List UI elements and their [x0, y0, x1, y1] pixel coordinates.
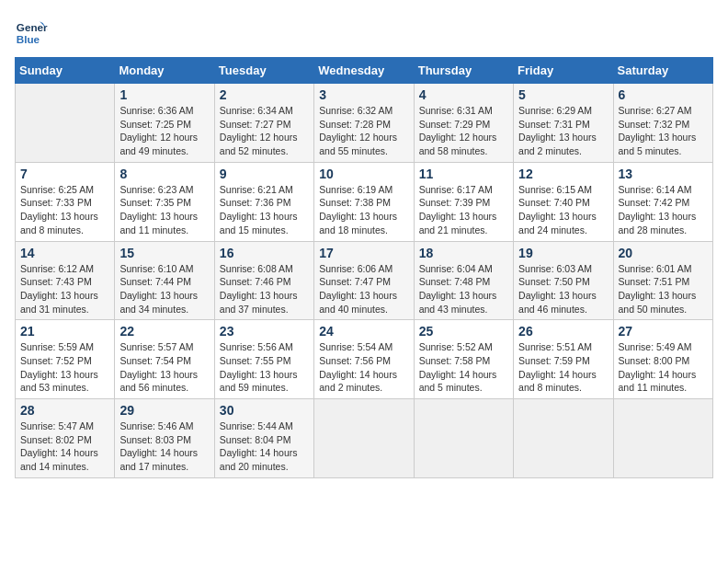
day-number: 11 — [419, 167, 508, 181]
calendar-cell: 22Sunrise: 5:57 AM Sunset: 7:54 PM Dayli… — [115, 320, 214, 399]
calendar-week-row: 7Sunrise: 6:25 AM Sunset: 7:33 PM Daylig… — [16, 162, 713, 241]
weekday-header: Monday — [115, 58, 214, 84]
day-number: 14 — [20, 246, 109, 260]
day-info: Sunrise: 6:14 AM Sunset: 7:42 PM Dayligh… — [619, 183, 708, 237]
day-number: 23 — [220, 324, 309, 339]
day-info: Sunrise: 6:32 AM Sunset: 7:28 PM Dayligh… — [319, 104, 408, 158]
day-info: Sunrise: 6:21 AM Sunset: 7:36 PM Dayligh… — [220, 183, 309, 237]
day-info: Sunrise: 6:27 AM Sunset: 7:32 PM Dayligh… — [619, 104, 708, 158]
day-info: Sunrise: 6:34 AM Sunset: 7:27 PM Dayligh… — [220, 104, 309, 158]
day-number: 20 — [619, 246, 708, 260]
day-number: 18 — [419, 246, 508, 260]
day-number: 13 — [619, 167, 708, 181]
svg-text:Blue: Blue — [17, 33, 40, 45]
calendar-cell: 24Sunrise: 5:54 AM Sunset: 7:56 PM Dayli… — [314, 320, 414, 399]
day-info: Sunrise: 6:23 AM Sunset: 7:35 PM Dayligh… — [119, 183, 209, 237]
calendar-cell: 16Sunrise: 6:08 AM Sunset: 7:46 PM Dayli… — [214, 241, 313, 320]
day-number: 26 — [518, 324, 608, 339]
calendar-cell — [16, 84, 115, 163]
calendar-cell: 20Sunrise: 6:01 AM Sunset: 7:51 PM Dayli… — [613, 241, 712, 320]
calendar-week-row: 28Sunrise: 5:47 AM Sunset: 8:02 PM Dayli… — [16, 399, 713, 478]
calendar-cell: 19Sunrise: 6:03 AM Sunset: 7:50 PM Dayli… — [514, 241, 613, 320]
day-number: 24 — [319, 324, 408, 339]
day-info: Sunrise: 5:49 AM Sunset: 8:00 PM Dayligh… — [619, 340, 708, 395]
svg-text:General: General — [17, 21, 48, 33]
calendar-cell: 3Sunrise: 6:32 AM Sunset: 7:28 PM Daylig… — [314, 84, 414, 163]
day-info: Sunrise: 5:52 AM Sunset: 7:58 PM Dayligh… — [419, 340, 508, 395]
calendar-cell: 8Sunrise: 6:23 AM Sunset: 7:35 PM Daylig… — [115, 162, 214, 241]
calendar-cell: 2Sunrise: 6:34 AM Sunset: 7:27 PM Daylig… — [214, 84, 313, 163]
day-number: 28 — [20, 403, 109, 418]
day-number: 29 — [119, 403, 209, 418]
day-number: 6 — [619, 87, 708, 102]
day-info: Sunrise: 6:12 AM Sunset: 7:43 PM Dayligh… — [20, 262, 109, 316]
day-info: Sunrise: 5:51 AM Sunset: 7:59 PM Dayligh… — [518, 340, 608, 395]
calendar-cell: 27Sunrise: 5:49 AM Sunset: 8:00 PM Dayli… — [613, 320, 712, 399]
day-number: 5 — [518, 87, 608, 102]
day-number: 22 — [119, 324, 209, 339]
day-number: 21 — [20, 324, 109, 339]
calendar-cell: 6Sunrise: 6:27 AM Sunset: 7:32 PM Daylig… — [613, 84, 712, 163]
calendar-cell: 17Sunrise: 6:06 AM Sunset: 7:47 PM Dayli… — [314, 241, 414, 320]
day-number: 10 — [319, 167, 408, 181]
day-number: 2 — [220, 87, 309, 102]
calendar-cell: 12Sunrise: 6:15 AM Sunset: 7:40 PM Dayli… — [514, 162, 613, 241]
calendar-cell: 28Sunrise: 5:47 AM Sunset: 8:02 PM Dayli… — [16, 399, 115, 478]
calendar-cell — [613, 399, 712, 478]
calendar-cell: 4Sunrise: 6:31 AM Sunset: 7:29 PM Daylig… — [414, 84, 513, 163]
calendar-cell: 18Sunrise: 6:04 AM Sunset: 7:48 PM Dayli… — [414, 241, 513, 320]
day-number: 1 — [119, 87, 209, 102]
day-info: Sunrise: 6:31 AM Sunset: 7:29 PM Dayligh… — [419, 104, 508, 158]
day-number: 12 — [518, 167, 608, 181]
calendar-cell: 23Sunrise: 5:56 AM Sunset: 7:55 PM Dayli… — [214, 320, 313, 399]
calendar-cell: 5Sunrise: 6:29 AM Sunset: 7:31 PM Daylig… — [514, 84, 613, 163]
logo: General Blue — [15, 15, 51, 48]
day-number: 3 — [319, 87, 408, 102]
calendar-table: SundayMondayTuesdayWednesdayThursdayFrid… — [15, 57, 713, 478]
day-info: Sunrise: 5:44 AM Sunset: 8:04 PM Dayligh… — [220, 419, 309, 474]
calendar-cell: 29Sunrise: 5:46 AM Sunset: 8:03 PM Dayli… — [115, 399, 214, 478]
day-info: Sunrise: 6:10 AM Sunset: 7:44 PM Dayligh… — [119, 262, 209, 316]
calendar-cell — [414, 399, 513, 478]
logo-icon: General Blue — [15, 15, 48, 48]
calendar-cell — [514, 399, 613, 478]
day-info: Sunrise: 6:06 AM Sunset: 7:47 PM Dayligh… — [319, 262, 408, 316]
day-number: 19 — [518, 246, 608, 260]
day-info: Sunrise: 5:46 AM Sunset: 8:03 PM Dayligh… — [119, 419, 209, 474]
day-info: Sunrise: 6:01 AM Sunset: 7:51 PM Dayligh… — [619, 262, 708, 316]
day-info: Sunrise: 6:08 AM Sunset: 7:46 PM Dayligh… — [220, 262, 309, 316]
weekday-header: Wednesday — [314, 58, 414, 84]
weekday-header: Tuesday — [214, 58, 313, 84]
day-info: Sunrise: 5:54 AM Sunset: 7:56 PM Dayligh… — [319, 340, 408, 395]
day-info: Sunrise: 6:04 AM Sunset: 7:48 PM Dayligh… — [419, 262, 508, 316]
calendar-cell: 13Sunrise: 6:14 AM Sunset: 7:42 PM Dayli… — [613, 162, 712, 241]
day-info: Sunrise: 6:36 AM Sunset: 7:25 PM Dayligh… — [119, 104, 209, 158]
weekday-header: Saturday — [613, 58, 712, 84]
calendar-cell: 25Sunrise: 5:52 AM Sunset: 7:58 PM Dayli… — [414, 320, 513, 399]
day-info: Sunrise: 5:47 AM Sunset: 8:02 PM Dayligh… — [20, 419, 109, 474]
day-number: 16 — [220, 246, 309, 260]
calendar-cell: 21Sunrise: 5:59 AM Sunset: 7:52 PM Dayli… — [16, 320, 115, 399]
day-number: 8 — [119, 167, 209, 181]
day-info: Sunrise: 6:15 AM Sunset: 7:40 PM Dayligh… — [518, 183, 608, 237]
weekday-header: Sunday — [16, 58, 115, 84]
day-number: 17 — [319, 246, 408, 260]
calendar-cell: 1Sunrise: 6:36 AM Sunset: 7:25 PM Daylig… — [115, 84, 214, 163]
day-info: Sunrise: 5:59 AM Sunset: 7:52 PM Dayligh… — [20, 340, 109, 395]
day-info: Sunrise: 6:29 AM Sunset: 7:31 PM Dayligh… — [518, 104, 608, 158]
calendar-cell: 7Sunrise: 6:25 AM Sunset: 7:33 PM Daylig… — [16, 162, 115, 241]
calendar-week-row: 21Sunrise: 5:59 AM Sunset: 7:52 PM Dayli… — [16, 320, 713, 399]
day-number: 9 — [220, 167, 309, 181]
page-header: General Blue — [15, 15, 713, 48]
calendar-cell — [314, 399, 414, 478]
calendar-cell: 15Sunrise: 6:10 AM Sunset: 7:44 PM Dayli… — [115, 241, 214, 320]
day-number: 25 — [419, 324, 508, 339]
calendar-cell: 30Sunrise: 5:44 AM Sunset: 8:04 PM Dayli… — [214, 399, 313, 478]
day-info: Sunrise: 6:03 AM Sunset: 7:50 PM Dayligh… — [518, 262, 608, 316]
calendar-cell: 26Sunrise: 5:51 AM Sunset: 7:59 PM Dayli… — [514, 320, 613, 399]
weekday-header: Friday — [514, 58, 613, 84]
calendar-cell: 10Sunrise: 6:19 AM Sunset: 7:38 PM Dayli… — [314, 162, 414, 241]
day-info: Sunrise: 5:57 AM Sunset: 7:54 PM Dayligh… — [119, 340, 209, 395]
day-number: 27 — [619, 324, 708, 339]
day-info: Sunrise: 6:25 AM Sunset: 7:33 PM Dayligh… — [20, 183, 109, 237]
